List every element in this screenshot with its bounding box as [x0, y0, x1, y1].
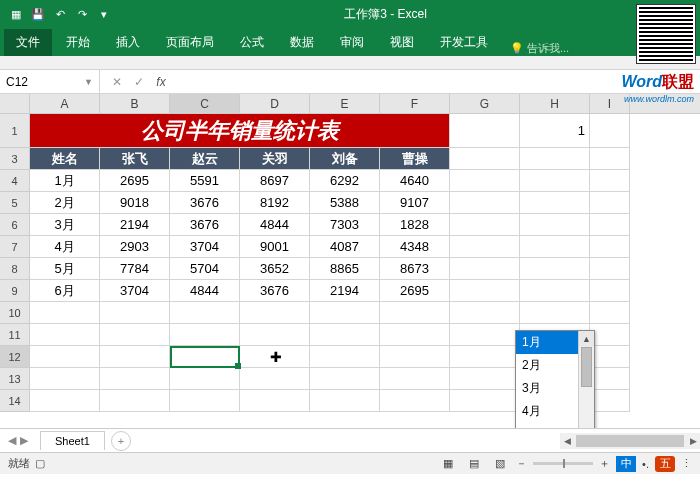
col-header-G[interactable]: G: [450, 94, 520, 113]
empty-cell[interactable]: [100, 368, 170, 390]
empty-cell[interactable]: [380, 324, 450, 346]
redo-icon[interactable]: ↷: [74, 6, 90, 22]
data-cell[interactable]: [590, 214, 630, 236]
row-header-7[interactable]: 7: [0, 236, 30, 258]
data-cell[interactable]: 2695: [100, 170, 170, 192]
header-cell[interactable]: 曹操: [380, 148, 450, 170]
tab-view[interactable]: 视图: [378, 29, 426, 56]
header-cell[interactable]: 关羽: [240, 148, 310, 170]
data-cell[interactable]: 8697: [240, 170, 310, 192]
data-cell[interactable]: [520, 214, 590, 236]
header-cell[interactable]: 赵云: [170, 148, 240, 170]
ime-badge-1[interactable]: 中: [616, 456, 636, 472]
empty-cell[interactable]: [310, 346, 380, 368]
data-cell[interactable]: 2194: [100, 214, 170, 236]
zoom-in-icon[interactable]: ＋: [599, 456, 610, 471]
zoom-slider[interactable]: [533, 462, 593, 465]
row-header-11[interactable]: 11: [0, 324, 30, 346]
col-header-H[interactable]: H: [520, 94, 590, 113]
row-header-12[interactable]: 12: [0, 346, 30, 368]
table-title[interactable]: 公司半年销量统计表: [30, 114, 450, 148]
data-cell[interactable]: [450, 214, 520, 236]
data-cell[interactable]: [590, 192, 630, 214]
data-cell[interactable]: [450, 192, 520, 214]
data-cell[interactable]: 7303: [310, 214, 380, 236]
data-cell[interactable]: 4640: [380, 170, 450, 192]
ime-dot-icon[interactable]: •.: [642, 458, 649, 470]
empty-cell[interactable]: [100, 390, 170, 412]
empty-cell[interactable]: [100, 302, 170, 324]
empty-cell[interactable]: [170, 302, 240, 324]
hscroll-thumb[interactable]: [576, 435, 684, 447]
row-header-1[interactable]: 1: [0, 114, 30, 148]
empty-cell[interactable]: [310, 302, 380, 324]
tab-layout[interactable]: 页面布局: [154, 29, 226, 56]
empty-cell[interactable]: [310, 324, 380, 346]
validation-dropdown[interactable]: 1月2月3月4月5月6月 ▲ ▼: [515, 330, 595, 428]
cell-blank[interactable]: [590, 114, 630, 148]
tab-review[interactable]: 审阅: [328, 29, 376, 56]
data-cell[interactable]: [450, 170, 520, 192]
undo-icon[interactable]: ↶: [52, 6, 68, 22]
empty-cell[interactable]: [450, 302, 520, 324]
col-header-B[interactable]: B: [100, 94, 170, 113]
row-header-4[interactable]: 4: [0, 170, 30, 192]
data-cell[interactable]: 4月: [30, 236, 100, 258]
data-cell[interactable]: 9107: [380, 192, 450, 214]
data-cell[interactable]: [590, 170, 630, 192]
hscroll-left-icon[interactable]: ◀: [560, 436, 574, 446]
data-cell[interactable]: 1月: [30, 170, 100, 192]
tab-home[interactable]: 开始: [54, 29, 102, 56]
data-cell[interactable]: 5388: [310, 192, 380, 214]
col-header-A[interactable]: A: [30, 94, 100, 113]
cell-blank[interactable]: 1: [520, 114, 590, 148]
empty-cell[interactable]: [170, 390, 240, 412]
data-cell[interactable]: 8865: [310, 258, 380, 280]
empty-cell[interactable]: [30, 368, 100, 390]
header-cell[interactable]: [520, 148, 590, 170]
data-cell[interactable]: [520, 280, 590, 302]
horizontal-scrollbar[interactable]: ◀ ▶: [560, 433, 700, 449]
empty-cell[interactable]: [380, 346, 450, 368]
macro-record-icon[interactable]: ▢: [30, 456, 50, 472]
empty-cell[interactable]: [240, 302, 310, 324]
empty-cell[interactable]: [170, 346, 240, 368]
empty-cell[interactable]: [240, 346, 310, 368]
data-cell[interactable]: [590, 280, 630, 302]
data-cell[interactable]: [450, 258, 520, 280]
header-cell[interactable]: 姓名: [30, 148, 100, 170]
data-cell[interactable]: 5月: [30, 258, 100, 280]
col-header-E[interactable]: E: [310, 94, 380, 113]
tell-me[interactable]: 💡告诉我...: [510, 41, 569, 56]
empty-cell[interactable]: [380, 302, 450, 324]
data-cell[interactable]: [520, 192, 590, 214]
empty-cell[interactable]: [100, 324, 170, 346]
data-cell[interactable]: 4844: [170, 280, 240, 302]
empty-cell[interactable]: [450, 324, 520, 346]
add-sheet-button[interactable]: +: [111, 431, 131, 451]
data-cell[interactable]: [520, 170, 590, 192]
col-header-C[interactable]: C: [170, 94, 240, 113]
empty-cell[interactable]: [170, 324, 240, 346]
data-cell[interactable]: 7784: [100, 258, 170, 280]
data-cell[interactable]: 4087: [310, 236, 380, 258]
empty-cell[interactable]: [590, 390, 630, 412]
data-cell[interactable]: [520, 236, 590, 258]
col-header-F[interactable]: F: [380, 94, 450, 113]
ime-badge-2[interactable]: 五: [655, 456, 675, 472]
cancel-icon[interactable]: ✕: [108, 75, 126, 89]
empty-cell[interactable]: [170, 368, 240, 390]
empty-cell[interactable]: [380, 390, 450, 412]
zoom-out-icon[interactable]: －: [516, 456, 527, 471]
data-cell[interactable]: 9018: [100, 192, 170, 214]
empty-cell[interactable]: [590, 302, 630, 324]
data-cell[interactable]: [450, 236, 520, 258]
empty-cell[interactable]: [30, 324, 100, 346]
data-cell[interactable]: 4844: [240, 214, 310, 236]
cell-blank[interactable]: [450, 114, 520, 148]
row-header-6[interactable]: 6: [0, 214, 30, 236]
view-pagelayout-icon[interactable]: ▤: [464, 456, 484, 472]
data-cell[interactable]: 5704: [170, 258, 240, 280]
tab-file[interactable]: 文件: [4, 29, 52, 56]
empty-cell[interactable]: [520, 302, 590, 324]
